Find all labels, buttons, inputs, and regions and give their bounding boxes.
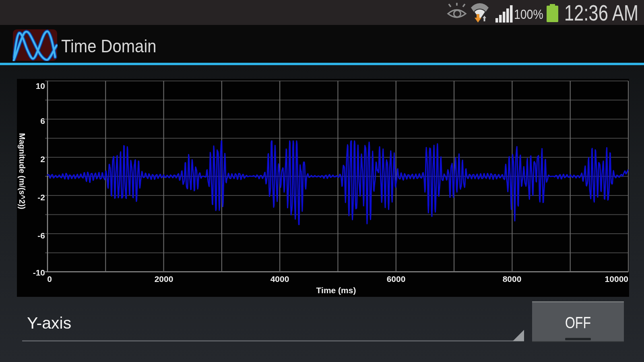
svg-text:2: 2 <box>40 154 45 164</box>
svg-text:Time Domain: Time Domain <box>61 36 157 56</box>
svg-text:-2: -2 <box>37 193 45 202</box>
svg-text:Time (ms): Time (ms) <box>316 286 356 295</box>
svg-text:100%: 100% <box>514 7 543 22</box>
svg-text:-6: -6 <box>37 231 45 240</box>
svg-text:8000: 8000 <box>503 274 522 284</box>
svg-text:6000: 6000 <box>387 274 406 284</box>
svg-text:Y-axis: Y-axis <box>27 314 71 332</box>
svg-text:4000: 4000 <box>270 274 289 284</box>
svg-text:10: 10 <box>36 81 45 90</box>
svg-text:-10: -10 <box>33 268 45 277</box>
svg-text:12:36 AM: 12:36 AM <box>564 0 639 25</box>
svg-text:10000: 10000 <box>605 274 628 284</box>
svg-text:0: 0 <box>47 274 52 284</box>
svg-text:6: 6 <box>40 116 45 125</box>
svg-text:2000: 2000 <box>155 274 173 284</box>
